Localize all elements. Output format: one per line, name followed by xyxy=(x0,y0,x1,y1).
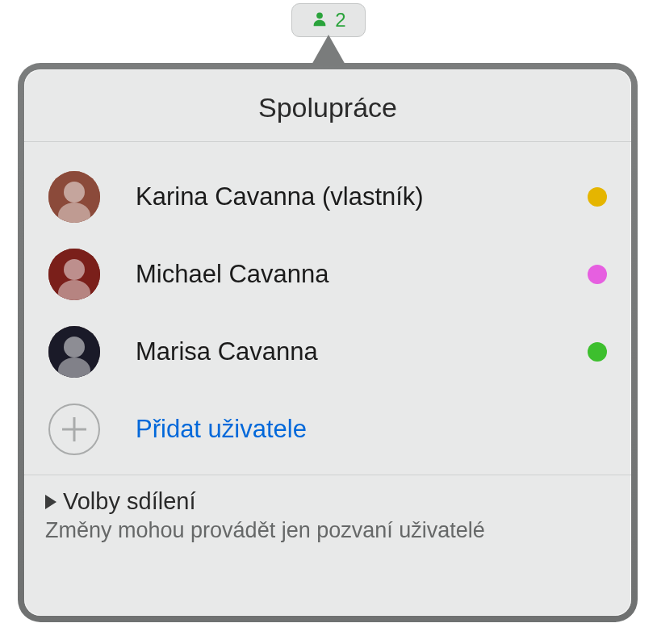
disclosure-triangle-icon xyxy=(45,495,56,509)
collaborate-button[interactable]: 2 xyxy=(291,3,366,37)
add-user-button[interactable]: Přidat uživatele xyxy=(48,391,607,468)
participant-row[interactable]: Michael Cavanna xyxy=(48,236,607,313)
collaboration-popover: Spolupráce Karina Cavanna (vlastník) Mic… xyxy=(18,63,638,622)
participant-row[interactable]: Marisa Cavanna xyxy=(48,313,607,391)
svg-point-8 xyxy=(64,337,85,358)
participant-list: Karina Cavanna (vlastník) Michael Cavann… xyxy=(24,142,631,475)
participant-name: Michael Cavanna xyxy=(136,260,588,289)
plus-circle-icon xyxy=(48,404,100,455)
add-user-label: Přidat uživatele xyxy=(136,415,307,444)
presence-color-dot xyxy=(588,265,607,284)
panel-title: Spolupráce xyxy=(258,92,397,123)
popover-arrow xyxy=(312,37,345,66)
participant-name: Marisa Cavanna xyxy=(136,337,588,366)
presence-color-dot xyxy=(588,342,607,362)
avatar xyxy=(48,326,100,378)
panel-header: Spolupráce xyxy=(24,69,631,142)
person-icon xyxy=(311,10,328,31)
participant-row[interactable]: Karina Cavanna (vlastník) xyxy=(48,158,607,236)
avatar xyxy=(48,171,100,223)
collaborator-count: 2 xyxy=(335,9,345,31)
svg-point-5 xyxy=(64,259,85,280)
svg-point-0 xyxy=(316,12,323,19)
sharing-options-title: Volby sdílení xyxy=(63,488,195,515)
presence-color-dot xyxy=(588,187,607,207)
participant-name: Karina Cavanna (vlastník) xyxy=(136,182,588,211)
sharing-options-section[interactable]: Volby sdílení Změny mohou provádět jen p… xyxy=(24,475,631,562)
svg-point-2 xyxy=(64,182,85,203)
avatar xyxy=(48,249,100,300)
sharing-options-subtitle: Změny mohou provádět jen pozvaní uživate… xyxy=(45,518,610,543)
